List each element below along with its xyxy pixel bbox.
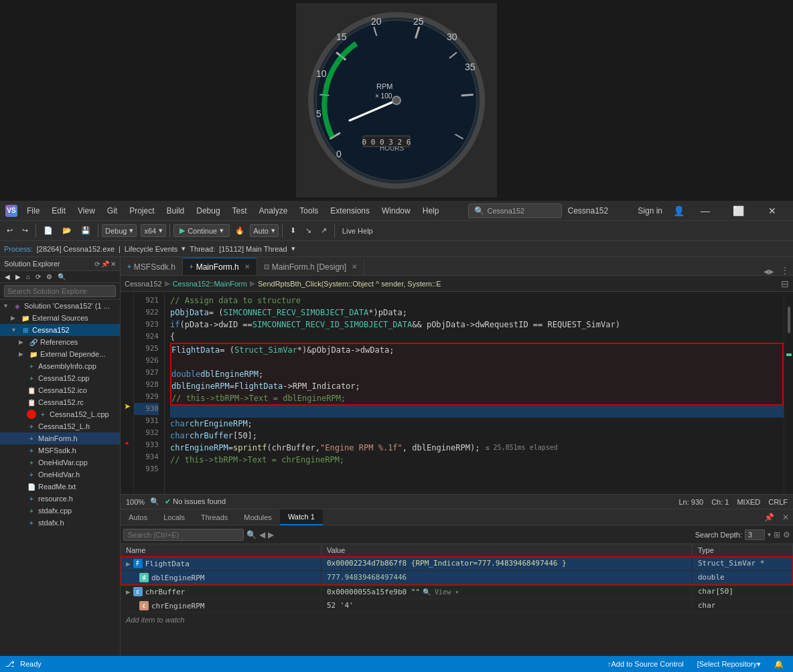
tree-item-onehidvarcpp[interactable]: + OneHidVar.cpp [0,456,120,469]
notification-icon[interactable]: 🔔 [770,656,788,672]
menu-help[interactable]: Help [417,203,445,218]
process-value[interactable]: [28264] Cessna152.exe [37,245,115,253]
tree-item-resourceh[interactable]: + resource.h [0,493,120,505]
debug-tab-autos[interactable]: Autos [121,509,155,525]
breadcrumb-class[interactable]: Cessna152::MainForm [173,280,247,288]
search-depth-input[interactable] [745,529,765,540]
watch-value-cell[interactable]: 0x00000055a15fe9b0 "" 🔍 View ▾ [321,585,693,598]
live-help-button[interactable]: Live Help [338,225,377,237]
menu-window[interactable]: Window [376,203,416,218]
menu-file[interactable]: File [21,203,45,218]
hot-reload-button[interactable]: 🔥 [231,224,248,237]
encoding-indicator[interactable]: MIXED [737,498,760,506]
tree-item-references[interactable]: ▶ 🔗 References [0,336,120,348]
menu-extensions[interactable]: Extensions [325,203,375,218]
tree-item-cessna152ico[interactable]: 📋 Cessna152.ico [0,384,120,396]
watch-search-input[interactable] [123,529,244,541]
breadcrumb-project[interactable]: Cessna152 [125,280,162,288]
pane-close-button[interactable]: ✕ [778,513,793,522]
debug-tab-locals[interactable]: Locals [155,509,193,525]
menu-tools[interactable]: Tools [294,203,323,218]
code-content[interactable]: // Assign data to structure pObjData = (… [165,292,784,494]
se-settings-button[interactable]: ⚙ [44,272,54,281]
se-close-button[interactable]: ✕ [111,260,116,268]
menu-build[interactable]: Build [161,203,190,218]
close-button[interactable]: ✕ [757,201,788,221]
forward-button[interactable]: ▶ [268,530,274,539]
tree-item-onehidvarh[interactable]: + OneHidVar.h [0,469,120,481]
tab-close-button[interactable]: ✕ [244,263,250,270]
watch-value-cell[interactable]: 777.94839468497446 [321,571,693,584]
profile-icon[interactable]: 👤 [670,205,687,216]
code-editor[interactable]: ➤ ● 921 922 923 924 925 926 927 928 929 … [121,292,793,494]
step-into-button[interactable]: ↘ [301,224,315,237]
platform-dropdown[interactable]: x64 ▾ [141,224,166,237]
save-button[interactable]: 💾 [77,224,94,237]
solution-search[interactable] [0,283,120,300]
source-control-button[interactable]: ↑ Add to Source Control [603,656,688,672]
debug-tab-watch1[interactable]: Watch 1 [280,509,323,525]
tab-options-button[interactable]: ⋮ [777,266,793,275]
auto-dropdown[interactable]: Auto ▾ [250,224,279,237]
menu-edit[interactable]: Edit [46,203,71,218]
tree-item-stdafxcpp[interactable]: + stdafx.cpp [0,505,120,517]
debug-tab-modules[interactable]: Modules [236,509,280,525]
menu-debug[interactable]: Debug [191,203,225,218]
zoom-level[interactable]: 100% [126,498,145,506]
tree-item-readme[interactable]: 📄 ReadMe.txt [0,481,120,493]
watch-add-item[interactable]: Add item to watch [121,613,793,626]
breadcrumb-method[interactable]: SendRptsBth_Click(System::Object ^ sende… [258,280,441,288]
tree-item-ext-dep[interactable]: ▶ 📁 External Depende... [0,348,120,360]
tab-mainformh-design[interactable]: ⊡ MainForm.h [Design] ✕ [257,258,364,275]
redo-button[interactable]: ↪ [18,224,32,237]
se-home-button[interactable]: ⌂ [24,272,32,281]
maximize-button[interactable]: ⬜ [723,201,754,221]
step-out-button[interactable]: ↗ [317,224,331,237]
scrollbar-minimap[interactable] [784,292,793,494]
tab-mainformh[interactable]: + MainForm.h ✕ [183,258,257,275]
scrollbar-thumb[interactable] [788,307,790,333]
watch-value-cell[interactable]: 52 '4' [321,599,693,612]
thread-value[interactable]: [15112] Main Thread [219,245,287,253]
open-button[interactable]: 📂 [58,224,76,237]
watch-expand-arrow[interactable]: ▶ [126,588,131,596]
debug-config-dropdown[interactable]: Debug ▾ [102,224,137,237]
debug-tab-threads[interactable]: Threads [193,509,236,525]
tree-item-stdafxh[interactable]: + stdafx.h [0,517,120,529]
watch-row-chrbuffer[interactable]: ▶ c chrBuffer 0x00000055a15fe9b0 "" 🔍 Vi… [121,585,793,599]
global-search-box[interactable]: 🔍 Cessna152 [468,203,562,218]
watch-options-button[interactable]: ⊞ [774,530,780,539]
tree-item-cessna152cpp[interactable]: + Cessna152.cpp [0,372,120,384]
undo-button[interactable]: ↩ [3,224,17,237]
menu-git[interactable]: Git [102,203,123,218]
se-sync-button[interactable]: ⟳ [94,260,100,268]
watch-expand-arrow[interactable]: ▶ [126,560,131,568]
solution-search-input[interactable] [4,285,116,297]
menu-test[interactable]: Test [227,203,253,218]
watch-row-flightdata[interactable]: ▶ F FlightData 0x00002234d7b867f8 {RPM_I… [121,557,793,571]
se-search-button[interactable]: 🔍 [56,272,68,281]
step-over-button[interactable]: ⬇ [286,224,300,237]
tree-item-cessna152lcpp[interactable]: + Cessna152_L.cpp [0,408,120,420]
tree-item-cessna152lh[interactable]: + Cessna152_L.h [0,420,120,432]
tree-item-msfssdk[interactable]: + MSFSsdk.h [0,444,120,456]
tab-close-button[interactable]: ✕ [352,263,357,270]
se-forward-button[interactable]: ▶ [13,272,23,281]
tab-msfssdk[interactable]: + MSFSsdk.h [121,258,183,275]
watch-value-cell[interactable]: 0x00002234d7b867f8 {RPM_Indicator=777.94… [321,557,693,570]
minimize-button[interactable]: — [690,201,721,221]
se-refresh-button[interactable]: ⟳ [33,272,43,281]
watch-row-chrenginerpm[interactable]: c chrEngineRPM 52 '4' char [121,599,793,613]
tree-item-assemblyinfo[interactable]: + AssemblyInfo.cpp [0,360,120,372]
continue-button[interactable]: ▶ Continue ▾ [173,224,230,237]
watch-row-dblenginerpm[interactable]: d dblEngineRPM 777.94839468497446 double [121,571,793,585]
menu-view[interactable]: View [72,203,100,218]
se-back-button[interactable]: ◀ [3,272,12,281]
tree-item-external[interactable]: ▶ 📁 External Sources [0,312,120,324]
watch-settings-button[interactable]: ⚙ [783,530,790,539]
tree-item-project[interactable]: ▼ ⊞ Cessna152 [0,324,120,336]
sign-in-button[interactable]: Sign in [632,206,668,216]
back-button[interactable]: ◀ [259,530,265,539]
view-button[interactable]: 🔍 View ▾ [423,588,459,596]
tree-item-mainformh[interactable]: + MainForm.h [0,432,120,444]
